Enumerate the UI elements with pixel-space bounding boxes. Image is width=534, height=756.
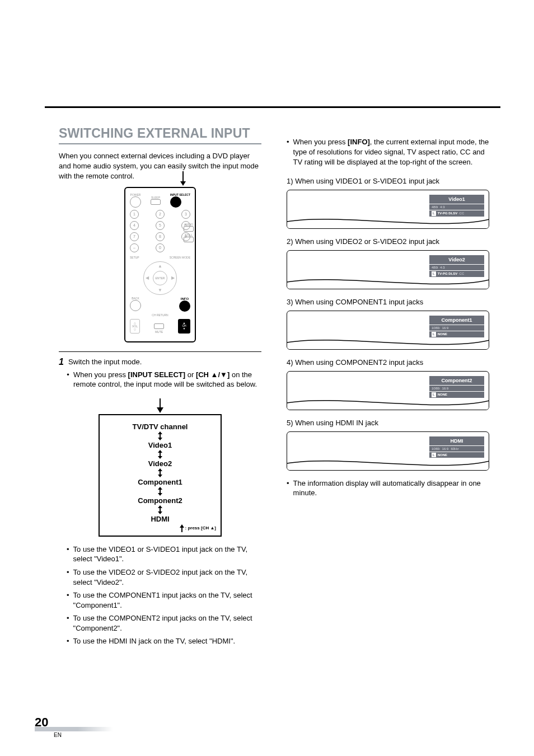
step-sub-bullet: • When you press [INPUT SELECT] or [CH ▲…	[59, 370, 261, 389]
flow-item: Video2	[104, 459, 216, 468]
post-bullet: To use the COMPONENT1 input jacks on the…	[73, 590, 261, 610]
audio-button	[184, 226, 194, 232]
flow-double-arrow	[104, 431, 216, 440]
osd-aspect: 4:3	[440, 265, 444, 270]
top-divider	[45, 106, 500, 108]
left-column: SWITCHING EXTERNAL INPUT When you connec…	[59, 126, 261, 650]
flow-foot: : press [CH ▲]	[104, 524, 216, 532]
screen-preview: Video2 480i 4:3 L TV-PG DLSV CC	[287, 250, 489, 289]
vol-rocker: △ VOL ▽	[130, 319, 140, 334]
setup-label: SETUP	[130, 256, 139, 259]
info-label: INFO	[179, 297, 190, 300]
key-7: 7	[130, 232, 139, 241]
osd-title: HDMI	[429, 436, 485, 446]
key-1: 1	[130, 210, 139, 219]
manual-page: SWITCHING EXTERNAL INPUT When you connec…	[0, 0, 534, 756]
step-text: Switch the input mode.	[68, 358, 142, 366]
sub-prefix: When you press	[73, 370, 128, 379]
content-columns: SWITCHING EXTERNAL INPUT When you connec…	[59, 126, 489, 650]
remote-body: POWER SLEEP INPUT SELECT 123 4	[124, 187, 196, 342]
ch-rocker: ▲ CH ▼	[178, 319, 190, 334]
screen-wave	[287, 212, 489, 229]
page-lang: EN	[35, 732, 113, 738]
flow-item: Component2	[104, 496, 216, 505]
info-bold: [INFO]	[348, 138, 370, 146]
flow-double-arrow	[104, 487, 216, 496]
key-4: 4	[130, 221, 139, 230]
closing-text: The information display will automatical…	[293, 478, 489, 499]
case-label: 4) When using COMPONENT2 input jacks	[287, 358, 489, 368]
ch-bold: [CH ▲/▼]	[196, 370, 229, 379]
bullet-dot: •	[67, 590, 69, 610]
bullet-dot: •	[67, 567, 69, 587]
osd-title: Video2	[429, 255, 485, 265]
page-footer: 20 EN	[35, 716, 113, 738]
bullet-dot: •	[287, 137, 289, 167]
info-button	[179, 300, 190, 312]
osd-line2: 480i 4:3	[429, 265, 485, 271]
info-prefix: When you press	[293, 138, 348, 146]
screen-wave	[287, 273, 489, 289]
ch-return-button	[154, 323, 164, 329]
remote-illustration: POWER SLEEP INPUT SELECT 123 4	[59, 187, 261, 342]
ch-return-label: CH RETURN	[130, 314, 190, 317]
flow-double-arrow	[104, 505, 216, 514]
mute-label: MUTE	[154, 331, 164, 334]
osd-aspect: 16:9	[442, 386, 449, 391]
flow-item: HDMI	[104, 515, 216, 523]
flow-arrow-down	[157, 407, 163, 413]
enter-button: ENTER	[153, 271, 167, 285]
osd-aspect: 16:9	[442, 326, 449, 330]
bullet-dot: •	[67, 636, 69, 646]
sleep-button	[151, 199, 161, 205]
back-label: BACK	[130, 297, 141, 300]
still-label: STILL	[184, 234, 194, 237]
sub-bullet-text: When you press [INPUT SELECT] or [CH ▲/▼…	[73, 370, 261, 389]
post-bullets: •To use the VIDEO1 or S-VIDEO1 input jac…	[59, 544, 261, 646]
info-bullet-text: When you press [INFO], the current exter…	[293, 137, 489, 167]
key-0: 0	[156, 243, 165, 252]
power-button	[130, 196, 141, 208]
arrow-head	[180, 181, 186, 186]
osd-res: 1080i	[432, 386, 440, 391]
osd-line2: 1080i 16:9	[429, 325, 485, 331]
dpad-right: ▶	[171, 275, 175, 280]
dpad-down: ▼	[158, 288, 162, 293]
flow-foot-text: : press [CH ▲]	[185, 525, 216, 530]
osd-aspect: 16:9	[442, 447, 449, 451]
screen-mode-label: SCREEN MODE	[170, 256, 190, 259]
key-5: 5	[156, 221, 165, 230]
right-column: • When you press [INFO], the current ext…	[287, 126, 489, 650]
screen-wave	[287, 454, 489, 471]
case-label: 2) When using VIDEO2 or S-VIDEO2 input j…	[287, 237, 489, 247]
dpad: ▲ ▼ ◀ ▶ ENTER	[143, 261, 177, 295]
back-button	[130, 300, 141, 311]
osd-title: Component1	[429, 315, 485, 325]
case-label: 3) When using COMPONENT1 input jacks	[287, 297, 489, 307]
flow-item: TV/DTV channel	[104, 422, 216, 431]
screen-wave	[287, 333, 489, 350]
closing-bullet: • The information display will automatic…	[287, 478, 489, 499]
key-2: 2	[156, 210, 165, 219]
screen-preview: Component2 1080i 16:9 L NONE	[287, 371, 489, 410]
screen-preview: Video1 480i 4:3 L TV-PG DLSV CC	[287, 190, 489, 229]
bullet-dot: •	[67, 613, 69, 633]
flow-item: Component1	[104, 478, 216, 486]
case-label: 5) When using HDMI IN jack	[287, 418, 489, 428]
post-bullet: To use the HDMI IN jack on the TV, selec…	[73, 636, 236, 646]
sleep-label: SLEEP	[151, 196, 161, 199]
osd-line2: 480i 4:3	[429, 204, 485, 210]
bullet-dot: •	[67, 544, 69, 564]
dpad-left: ◀	[146, 275, 149, 280]
key-3: 3	[181, 210, 190, 219]
key-8: 8	[156, 232, 165, 241]
input-select-label: INPUT SELECT	[170, 194, 190, 196]
intro-paragraph: When you connect external devices includ…	[59, 151, 261, 181]
audio-label: AUDIO	[184, 223, 194, 226]
osd-res: 1080i	[432, 326, 440, 330]
up-arrow-icon	[180, 524, 184, 532]
osd-scan: 60Hz	[451, 447, 458, 451]
or-word: or	[185, 370, 196, 379]
section-title: SWITCHING EXTERNAL INPUT	[59, 126, 261, 144]
step-divider	[59, 351, 261, 352]
